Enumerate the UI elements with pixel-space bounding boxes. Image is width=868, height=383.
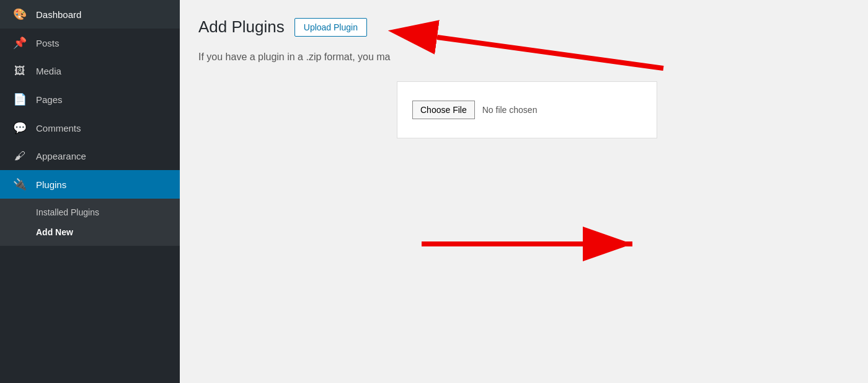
dashboard-icon: 🎨 (12, 7, 27, 21)
upload-box: Choose File No file chosen (397, 81, 657, 138)
upload-plugin-button[interactable]: Upload Plugin (294, 18, 367, 37)
plugins-icon: 🔌 (12, 178, 27, 191)
nav-item-media[interactable]: 🖼 Media (0, 57, 180, 85)
nav-item-appearance[interactable]: 🖌 Appearance (0, 142, 180, 170)
nav-item-comments[interactable]: 💬 Comments (0, 114, 180, 142)
posts-icon: 📌 (12, 36, 27, 50)
appearance-icon: 🖌 (12, 150, 27, 163)
media-icon: 🖼 (12, 65, 27, 78)
comments-icon: 💬 (12, 121, 27, 135)
no-file-text: No file chosen (482, 105, 538, 115)
nav-label-appearance: Appearance (36, 151, 86, 161)
page-title: Add Plugins (198, 17, 285, 37)
submenu-item-installed-plugins[interactable]: Installed Plugins (0, 202, 180, 222)
page-title-row: Add Plugins Upload Plugin (198, 17, 849, 37)
pages-icon: 📄 (12, 92, 27, 106)
nav-label-pages: Pages (36, 94, 63, 105)
nav-item-posts[interactable]: 📌 Posts (0, 29, 180, 57)
sidebar: 🎨 Dashboard 📌 Posts 🖼 Media 📄 Pages 💬 Co… (0, 0, 180, 383)
nav-label-posts: Posts (36, 38, 60, 48)
main-content: Add Plugins Upload Plugin If you have a … (180, 0, 868, 383)
nav-item-pages[interactable]: 📄 Pages (0, 85, 180, 114)
nav-label-plugins: Plugins (36, 179, 66, 190)
submenu-item-add-new[interactable]: Add New (0, 222, 180, 242)
plugins-submenu: Installed Plugins Add New (0, 199, 180, 246)
nav-label-dashboard: Dashboard (36, 9, 81, 20)
nav-label-media: Media (36, 66, 61, 76)
choose-file-button[interactable]: Choose File (412, 101, 475, 119)
description-text: If you have a plugin in a .zip format, y… (198, 52, 849, 63)
nav-item-dashboard[interactable]: 🎨 Dashboard (0, 0, 180, 29)
nav-item-plugins[interactable]: 🔌 Plugins (0, 170, 180, 199)
nav-label-comments: Comments (36, 123, 81, 133)
